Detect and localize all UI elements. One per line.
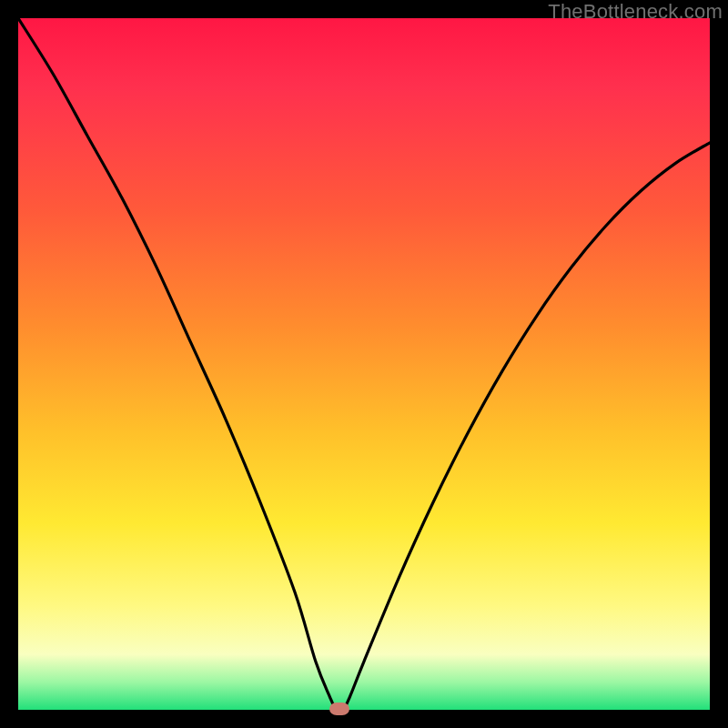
watermark-text: TheBottleneck.com [548, 0, 723, 24]
optimal-marker [329, 703, 349, 715]
plot-area [18, 18, 710, 710]
chart-frame: TheBottleneck.com [0, 0, 728, 728]
bottleneck-curve [18, 18, 710, 710]
